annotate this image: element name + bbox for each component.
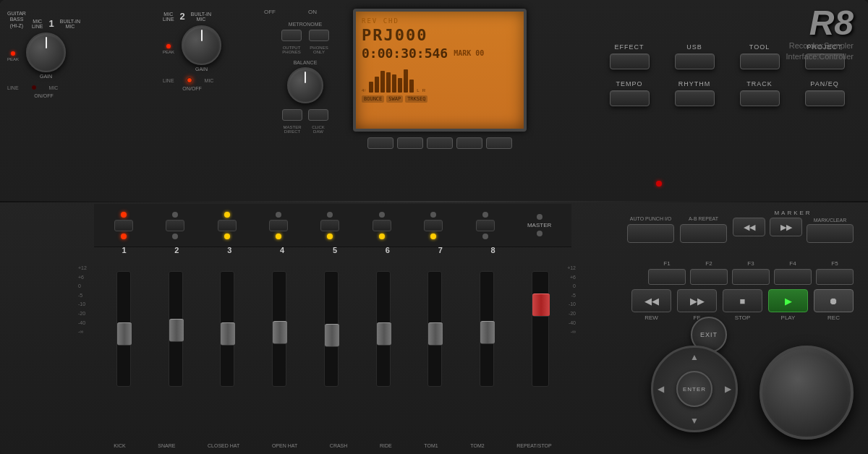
- brand-area: R8 Recorder:Sampler Interface:Controller: [786, 6, 854, 63]
- fader-8-knob[interactable]: [480, 321, 495, 344]
- tool-button[interactable]: [740, 53, 780, 69]
- track-7-btn[interactable]: [424, 220, 443, 231]
- ch1-line-label: LINE: [7, 85, 19, 90]
- nav-down-btn[interactable]: ▼: [690, 416, 699, 426]
- master-direct-btn[interactable]: [282, 109, 302, 121]
- ab-repeat-label: A-B REPEAT: [689, 216, 718, 222]
- ch1-mic-label2: MIC: [49, 85, 59, 90]
- brand-model: R8: [809, 6, 854, 40]
- rec-button[interactable]: ⏺: [814, 289, 854, 312]
- ff-button[interactable]: ▶▶: [677, 289, 717, 312]
- auto-punch-btn[interactable]: [627, 224, 674, 243]
- data-wheel[interactable]: [760, 346, 854, 440]
- fader-4-knob[interactable]: [273, 321, 287, 344]
- effect-button[interactable]: [610, 53, 650, 69]
- track-5-controls: [320, 212, 339, 239]
- track-4-btn[interactable]: [269, 220, 288, 231]
- track-6-btn[interactable]: [373, 220, 391, 231]
- ch1-builtin-label: BUILT-INMIC: [60, 19, 80, 29]
- ch2-gain-knob[interactable]: [182, 25, 221, 65]
- ch2-onoff-led[interactable]: [187, 77, 192, 83]
- fader-scale-left: +12 +6 0 -5 -10 -20 -40 -∞: [78, 264, 87, 337]
- f2-button[interactable]: [690, 269, 728, 285]
- prev-marker-btn[interactable]: ◀◀: [733, 218, 765, 236]
- display-btn-1[interactable]: [367, 137, 393, 149]
- ch1-onoff-led[interactable]: [31, 85, 37, 90]
- nav-enter-btn[interactable]: ENTER: [676, 371, 712, 407]
- tempo-button[interactable]: [610, 90, 650, 106]
- track-num-4: 4: [280, 246, 284, 254]
- track-num-1: 1: [122, 246, 126, 254]
- fader-master-knob[interactable]: [532, 294, 550, 317]
- play-label: PLAY: [781, 314, 796, 321]
- fader-5: [324, 271, 339, 387]
- metronome-label: METRONOME: [262, 22, 349, 27]
- usb-button[interactable]: [675, 53, 715, 69]
- play-button[interactable]: ▶: [768, 289, 808, 312]
- f4-button[interactable]: [774, 269, 812, 285]
- output-phones-label: OUTPUTPHONES: [281, 46, 302, 54]
- fader-1-knob[interactable]: [117, 322, 132, 346]
- click-daw-btn[interactable]: [308, 109, 328, 121]
- output-phones-btn[interactable]: [281, 30, 302, 41]
- ch1-peak-led: [11, 51, 15, 56]
- ch2-peak-text: PEAK: [163, 50, 174, 54]
- track-2-btn[interactable]: [166, 220, 184, 231]
- fader-2-knob[interactable]: [169, 319, 184, 342]
- rew-label: REW: [644, 314, 658, 321]
- f3-label: F3: [747, 260, 754, 267]
- transport-row: ◀◀ REW ▶▶ FF ■ STOP ▶ PLAY ⏺ REC: [631, 289, 854, 321]
- track-8-btn[interactable]: [476, 220, 495, 231]
- display-project: PRJ000: [362, 26, 518, 44]
- display-mode: REV CHD: [362, 17, 518, 25]
- fader-7-knob[interactable]: [428, 322, 443, 346]
- track-2-led2: [172, 234, 178, 239]
- display-btn-4[interactable]: [456, 137, 482, 149]
- track-5-led2: [327, 234, 333, 239]
- track-3-btn[interactable]: [218, 220, 237, 231]
- track-8-controls: [476, 212, 495, 239]
- tempo-label: TEMPO: [616, 80, 642, 87]
- rew-button[interactable]: ◀◀: [631, 289, 671, 312]
- ab-repeat-btn[interactable]: [680, 224, 727, 243]
- fader-5-knob[interactable]: [325, 324, 339, 347]
- mark-clear-btn[interactable]: [807, 224, 854, 243]
- paneq-button[interactable]: [805, 90, 845, 106]
- bottom-labels-row: KICK SNARE CLOSED HAT OPEN HAT CRASH RID…: [94, 443, 571, 448]
- next-marker-btn[interactable]: ▶▶: [770, 218, 802, 236]
- display-levels: 4↑ L R: [362, 64, 518, 93]
- f1-button[interactable]: [648, 269, 686, 285]
- track-8-rec-led: [482, 212, 488, 218]
- nav-left-btn[interactable]: ◀: [658, 384, 664, 394]
- display-btn-2[interactable]: [397, 137, 423, 149]
- display-btn-5[interactable]: [486, 137, 512, 149]
- nav-up-btn[interactable]: ▲: [690, 352, 699, 362]
- display-btn-3[interactable]: [427, 137, 453, 149]
- ch1-gain-knob[interactable]: [26, 33, 66, 72]
- paneq-label: PAN/EQ: [810, 80, 838, 87]
- effect-group: EFFECT: [604, 43, 655, 69]
- track-button[interactable]: [740, 90, 780, 106]
- track-5-btn[interactable]: [320, 220, 339, 231]
- master-label: MASTER: [527, 222, 551, 228]
- fader-6: [376, 271, 391, 387]
- device-body: OFF ON GUITARBASS(HI-Z) MICLINE 1 BUILT-…: [0, 0, 868, 454]
- f3-button[interactable]: [732, 269, 770, 285]
- rhythm-button[interactable]: [675, 90, 715, 106]
- master-rec-led: [537, 214, 542, 220]
- f5-button[interactable]: [816, 269, 854, 285]
- track-label: TRACK: [746, 80, 773, 87]
- nav-right-btn[interactable]: ▶: [725, 384, 731, 394]
- master-direct-label: MASTERDIRECT: [282, 125, 302, 134]
- phones-only-btn[interactable]: [309, 30, 329, 41]
- fader-2: [169, 271, 183, 387]
- effect-label: EFFECT: [615, 43, 644, 51]
- fader-6-knob[interactable]: [377, 322, 391, 346]
- fader-7: [427, 271, 442, 387]
- phones-only-label: PHONESONLY: [309, 46, 329, 54]
- stop-button[interactable]: ■: [723, 289, 762, 312]
- balance-knob[interactable]: [287, 67, 323, 103]
- track-1-btn[interactable]: [114, 220, 133, 231]
- fader-3-knob[interactable]: [221, 322, 235, 346]
- track-2-controls: [166, 212, 184, 239]
